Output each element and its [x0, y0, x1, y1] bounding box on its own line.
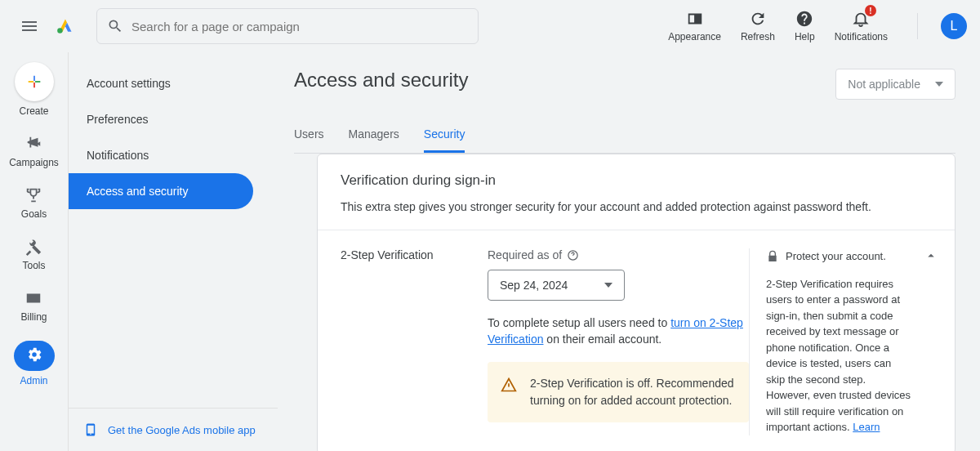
tabs: Users Managers Security	[294, 119, 956, 154]
sidebar-item-notifications[interactable]: Notifications	[69, 137, 253, 173]
search-input[interactable]	[131, 20, 468, 33]
help-button[interactable]: Help	[795, 10, 815, 42]
tab-managers[interactable]: Managers	[349, 119, 399, 153]
appearance-button[interactable]: Appearance	[668, 10, 721, 42]
learn-more-link[interactable]: Learn	[853, 421, 880, 433]
notifications-button[interactable]: ! Notifications	[835, 10, 888, 42]
tab-security[interactable]: Security	[424, 119, 466, 153]
help-label: Help	[795, 31, 815, 42]
notifications-label: Notifications	[835, 31, 888, 42]
help-circle-icon[interactable]	[567, 249, 579, 261]
appearance-label: Appearance	[668, 31, 721, 42]
avatar[interactable]: L	[941, 13, 967, 39]
create-label: Create	[19, 105, 48, 117]
card-icon	[24, 289, 42, 307]
tab-users[interactable]: Users	[294, 119, 324, 153]
date-select[interactable]: Sep 24, 2024	[488, 270, 625, 301]
goals-label: Goals	[21, 208, 47, 220]
protect-info-panel: Protect your account. 2-Step Verificatio…	[749, 248, 912, 435]
sidebar-item-account-settings[interactable]: Account settings	[69, 65, 253, 101]
date-value: Sep 24, 2024	[500, 279, 568, 292]
setup-instruction: To complete setup all users need to turn…	[488, 315, 749, 347]
rail-billing[interactable]: Billing	[20, 289, 47, 323]
left-rail: Create Campaigns Goals Tools Billing Adm…	[0, 52, 69, 451]
collapse-section-button[interactable]	[924, 248, 938, 266]
main-content: Access and security Not applicable Users…	[278, 52, 980, 451]
top-bar: Appearance Refresh Help ! Notifications …	[0, 0, 980, 52]
svg-point-0	[57, 28, 63, 33]
chevron-down-icon	[935, 82, 943, 87]
page-title: Access and security	[294, 69, 468, 92]
trophy-icon	[24, 186, 42, 204]
two-step-label: 2-Step Verification	[341, 248, 488, 435]
search-icon	[107, 18, 123, 34]
hamburger-menu-icon[interactable]	[20, 16, 39, 36]
appearance-icon	[686, 10, 704, 28]
gear-icon	[25, 346, 43, 364]
warning-triangle-icon	[501, 377, 517, 393]
refresh-label: Refresh	[741, 31, 775, 42]
divider	[318, 230, 955, 230]
tools-icon	[24, 238, 42, 256]
refresh-icon	[749, 10, 767, 28]
warning-box: 2-Step Verification is off. Recommended …	[488, 362, 749, 422]
required-as-of-label: Required as of	[488, 248, 749, 261]
lock-icon	[766, 250, 779, 263]
rail-goals[interactable]: Goals	[21, 186, 47, 220]
rail-campaigns[interactable]: Campaigns	[9, 135, 59, 168]
refresh-button[interactable]: Refresh	[741, 10, 775, 42]
warning-text: 2-Step Verification is off. Recommended …	[530, 375, 736, 409]
top-actions: Appearance Refresh Help ! Notifications …	[668, 10, 967, 42]
card-description: This extra step gives you stronger secur…	[341, 200, 932, 230]
protect-title: Protect your account.	[786, 248, 886, 265]
campaigns-label: Campaigns	[9, 157, 59, 168]
chevron-down-icon	[604, 283, 612, 288]
google-ads-logo-icon[interactable]	[56, 14, 77, 38]
notification-badge: !	[865, 5, 876, 16]
phone-icon	[83, 420, 98, 440]
card-title: Verification during sign-in	[341, 172, 932, 189]
search-box[interactable]	[96, 8, 479, 44]
rail-admin[interactable]: Admin	[14, 341, 55, 386]
divider	[917, 13, 918, 39]
sidebar: Account settings Preferences Notificatio…	[69, 52, 278, 451]
admin-label: Admin	[20, 375, 47, 386]
billing-label: Billing	[20, 311, 47, 323]
megaphone-icon	[24, 135, 42, 153]
rail-tools[interactable]: Tools	[22, 238, 45, 271]
not-applicable-label: Not applicable	[848, 78, 920, 91]
protect-body: 2-Step Verification requires users to en…	[766, 276, 912, 435]
sidebar-item-preferences[interactable]: Preferences	[69, 101, 253, 137]
mobile-app-promo[interactable]: Get the Google Ads mobile app	[69, 408, 278, 451]
not-applicable-select[interactable]: Not applicable	[835, 69, 956, 100]
verification-card: Verification during sign-in This extra s…	[317, 154, 956, 451]
create-button[interactable]: Create	[15, 62, 54, 117]
mobile-app-link[interactable]: Get the Google Ads mobile app	[108, 424, 256, 436]
plus-icon	[25, 73, 43, 91]
sidebar-item-access-security[interactable]: Access and security	[69, 173, 253, 209]
chevron-up-icon	[924, 248, 938, 263]
help-icon	[795, 10, 813, 28]
tools-label: Tools	[22, 260, 45, 271]
